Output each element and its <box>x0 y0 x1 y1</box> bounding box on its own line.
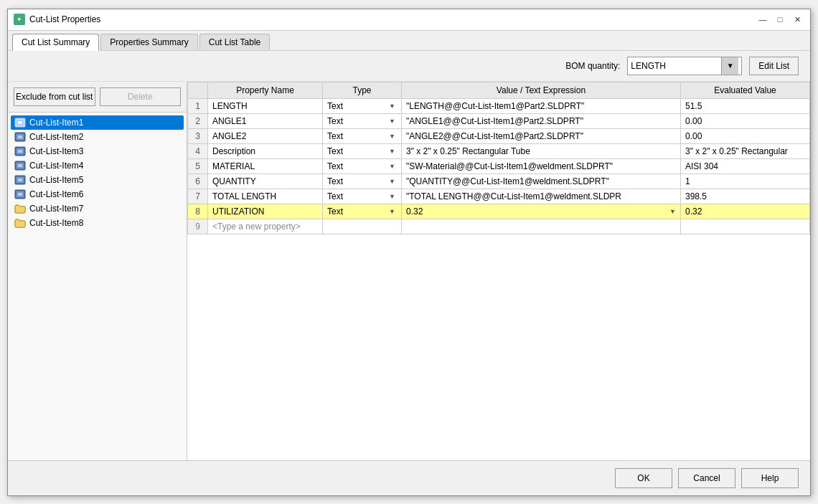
main-window: ✦ Cut-List Properties — □ ✕ Cut List Sum… <box>7 9 811 496</box>
col-header-value: Value / Text Expression <box>402 82 681 98</box>
help-button[interactable]: Help <box>741 468 799 488</box>
tree-item-cut-list-item6[interactable]: Cut-List-Item6 <box>11 187 184 201</box>
property-name-cell: ANGLE2 <box>208 128 323 143</box>
value-expression-cell[interactable]: "ANGLE1@@Cut-List-Item1@Part2.SLDPRT" <box>402 113 681 128</box>
type-text: Text <box>327 146 387 156</box>
row-number: 4 <box>188 143 208 158</box>
left-toolbar: Exclude from cut list Delete <box>8 82 187 113</box>
main-area: Exclude from cut list Delete Cut-List-It… <box>8 82 810 460</box>
tree-item-cut-list-item4[interactable]: Cut-List-Item4 <box>11 158 184 173</box>
type-dropdown-arrow-icon: ▼ <box>387 193 397 200</box>
bom-dropdown-value: LENGTH <box>631 61 721 71</box>
title-bar-left: ✦ Cut-List Properties <box>14 14 100 25</box>
folder-icon <box>14 203 27 214</box>
value-expression-cell[interactable]: "QUANTITY@@Cut-List-Item1@weldment.SLDPR… <box>402 173 681 189</box>
value-expression-cell[interactable]: "SW-Material@@Cut-List-Item1@weldment.SL… <box>402 158 681 173</box>
tree-item-label: Cut-List-Item5 <box>29 175 83 185</box>
tree-item-cut-list-item1[interactable]: Cut-List-Item1 <box>11 115 184 130</box>
value-expression-cell[interactable]: 3" x 2" x 0.25" Rectangular Tube <box>402 143 681 158</box>
table-row: 3ANGLE2Text▼"ANGLE2@@Cut-List-Item1@Part… <box>188 128 810 143</box>
row-number: 1 <box>188 98 208 113</box>
table-row: 9<Type a new property> <box>188 219 810 234</box>
minimize-button[interactable]: — <box>756 12 770 27</box>
type-text: Text <box>327 191 387 201</box>
property-name-cell[interactable]: <Type a new property> <box>208 219 323 234</box>
top-controls: BOM quantity: LENGTH ▼ Edit List <box>8 51 810 82</box>
col-header-num <box>188 82 208 98</box>
table-row: 7TOTAL LENGTHText▼"TOTAL LENGTH@@Cut-Lis… <box>188 189 810 204</box>
property-name-cell: UTILIZATION <box>208 204 323 219</box>
type-dropdown-arrow-icon: ▼ <box>387 208 397 215</box>
row-number: 6 <box>188 173 208 189</box>
exclude-from-cut-list-button[interactable]: Exclude from cut list <box>14 87 95 106</box>
type-text: Text <box>327 206 387 217</box>
tree-item-cut-list-item8[interactable]: Cut-List-Item8 <box>11 216 184 230</box>
svg-rect-14 <box>18 179 22 181</box>
edit-list-button[interactable]: Edit List <box>749 57 799 75</box>
tree-item-cut-list-item5[interactable]: Cut-List-Item5 <box>11 173 184 187</box>
col-header-property: Property Name <box>208 82 323 98</box>
maximize-button[interactable]: □ <box>773 12 787 27</box>
type-text: Text <box>327 116 387 126</box>
value-expression-cell[interactable] <box>402 219 681 234</box>
value-expression-cell[interactable]: "LENGTH@@Cut-List-Item1@Part2.SLDPRT" <box>402 98 681 113</box>
type-dropdown-arrow-icon: ▼ <box>387 133 397 140</box>
tab-cut-list-summary[interactable]: Cut List Summary <box>12 34 99 51</box>
structural-member-icon <box>14 146 27 157</box>
evaluated-value-cell: 1 <box>681 173 810 189</box>
type-cell[interactable] <box>323 219 402 234</box>
value-expression-cell[interactable]: "TOTAL LENGTH@@Cut-List-Item1@weldment.S… <box>402 189 681 204</box>
tree-item-cut-list-item2[interactable]: Cut-List-Item2 <box>11 130 184 144</box>
table-row: 5MATERIALText▼"SW-Material@@Cut-List-Ite… <box>188 158 810 173</box>
cancel-button[interactable]: Cancel <box>678 468 735 488</box>
ok-button[interactable]: OK <box>615 468 672 488</box>
value-text: 0.32 <box>406 206 667 217</box>
tree-item-label: Cut-List-Item8 <box>29 218 83 228</box>
structural-member-icon <box>14 131 27 143</box>
type-cell[interactable]: Text▼ <box>323 113 402 128</box>
type-cell[interactable]: Text▼ <box>323 98 402 113</box>
bom-quantity-dropdown[interactable]: LENGTH ▼ <box>627 57 742 75</box>
evaluated-value-cell <box>681 219 810 234</box>
tab-properties-summary[interactable]: Properties Summary <box>100 34 197 50</box>
evaluated-value-cell: AISI 304 <box>681 158 810 173</box>
value-expression-cell[interactable]: "ANGLE2@@Cut-List-Item1@Part2.SLDPRT" <box>402 128 681 143</box>
tab-cut-list-table[interactable]: Cut List Table <box>199 34 271 50</box>
evaluated-value-cell: 0.32 <box>681 204 810 219</box>
svg-rect-17 <box>18 193 22 196</box>
type-text: Text <box>327 101 387 111</box>
properties-data-table: Property Name Type Value / Text Expressi… <box>187 82 810 234</box>
tree-item-label: Cut-List-Item1 <box>29 118 83 128</box>
row-number: 8 <box>188 204 208 219</box>
type-cell[interactable]: Text▼ <box>323 143 402 158</box>
structural-member-icon <box>14 174 27 186</box>
col-header-type: Type <box>323 82 402 98</box>
type-cell[interactable]: Text▼ <box>323 173 402 189</box>
evaluated-value-cell: 51.5 <box>681 98 810 113</box>
svg-rect-11 <box>18 164 22 167</box>
tree-item-cut-list-item7[interactable]: Cut-List-Item7 <box>11 201 184 216</box>
tree-item-cut-list-item3[interactable]: Cut-List-Item3 <box>11 144 184 158</box>
value-dropdown-arrow-icon: ▼ <box>667 208 676 215</box>
evaluated-value-cell: 0.00 <box>681 113 810 128</box>
right-panel: Property Name Type Value / Text Expressi… <box>187 82 810 460</box>
close-button[interactable]: ✕ <box>790 12 804 27</box>
type-cell[interactable]: Text▼ <box>323 189 402 204</box>
bom-dropdown-arrow-icon: ▼ <box>721 57 738 75</box>
tree-item-label: Cut-List-Item7 <box>29 204 83 214</box>
table-row: 6QUANTITYText▼"QUANTITY@@Cut-List-Item1@… <box>188 173 810 189</box>
type-text: Text <box>327 176 387 186</box>
type-cell[interactable]: Text▼ <box>323 204 402 219</box>
type-dropdown-arrow-icon: ▼ <box>387 148 397 155</box>
type-cell[interactable]: Text▼ <box>323 128 402 143</box>
delete-button[interactable]: Delete <box>100 87 182 106</box>
type-cell[interactable]: Text▼ <box>323 158 402 173</box>
type-dropdown-arrow-icon: ▼ <box>387 163 397 170</box>
structural-member-icon <box>14 189 27 200</box>
evaluated-value-cell: 3" x 2" x 0.25" Rectangular <box>681 143 810 158</box>
value-expression-cell[interactable]: 0.32▼ <box>402 204 681 219</box>
table-row: 2ANGLE1Text▼"ANGLE1@@Cut-List-Item1@Part… <box>188 113 810 128</box>
property-name-cell: ANGLE1 <box>208 113 323 128</box>
structural-member-icon <box>14 117 27 128</box>
svg-rect-5 <box>18 135 22 138</box>
